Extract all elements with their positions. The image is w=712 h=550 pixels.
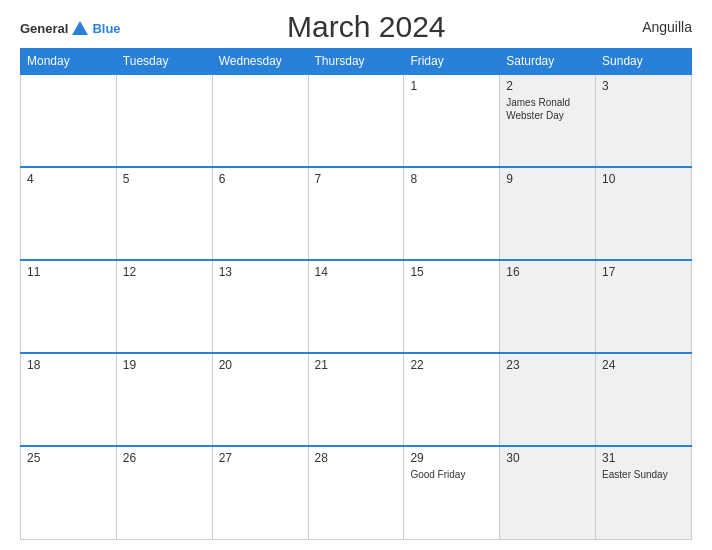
day-number: 27: [219, 451, 302, 465]
calendar-day-cell: 12: [116, 260, 212, 353]
day-number: 6: [219, 172, 302, 186]
col-saturday: Saturday: [500, 49, 596, 75]
calendar-day-cell: [308, 74, 404, 167]
calendar-day-cell: 17: [596, 260, 692, 353]
calendar-week-row: 11121314151617: [21, 260, 692, 353]
calendar-day-cell: 13: [212, 260, 308, 353]
calendar-day-cell: 15: [404, 260, 500, 353]
calendar-day-cell: 20: [212, 353, 308, 446]
day-number: 9: [506, 172, 589, 186]
logo-triangle-icon: [72, 21, 88, 35]
event-label: James Ronald Webster Day: [506, 96, 589, 122]
calendar-day-cell: 22: [404, 353, 500, 446]
calendar-day-cell: 8: [404, 167, 500, 260]
calendar-day-cell: 28: [308, 446, 404, 539]
calendar-day-cell: 24: [596, 353, 692, 446]
day-number: 26: [123, 451, 206, 465]
day-number: 20: [219, 358, 302, 372]
day-number: 2: [506, 79, 589, 93]
day-number: 5: [123, 172, 206, 186]
calendar-day-cell: 31Easter Sunday: [596, 446, 692, 539]
calendar-day-cell: 30: [500, 446, 596, 539]
event-label: Easter Sunday: [602, 468, 685, 481]
header: General Blue March 2024 Anguilla: [20, 10, 692, 44]
calendar-day-cell: 7: [308, 167, 404, 260]
day-number: 28: [315, 451, 398, 465]
calendar-day-cell: 26: [116, 446, 212, 539]
col-friday: Friday: [404, 49, 500, 75]
calendar-table: Monday Tuesday Wednesday Thursday Friday…: [20, 48, 692, 540]
day-number: 14: [315, 265, 398, 279]
col-tuesday: Tuesday: [116, 49, 212, 75]
calendar-day-cell: 18: [21, 353, 117, 446]
day-number: 17: [602, 265, 685, 279]
day-number: 25: [27, 451, 110, 465]
day-number: 16: [506, 265, 589, 279]
calendar-day-cell: 19: [116, 353, 212, 446]
logo-general-text: General: [20, 21, 68, 36]
calendar-day-cell: 10: [596, 167, 692, 260]
logo: General Blue: [20, 18, 121, 36]
page-title: March 2024: [121, 10, 612, 44]
col-wednesday: Wednesday: [212, 49, 308, 75]
day-number: 7: [315, 172, 398, 186]
event-label: Good Friday: [410, 468, 493, 481]
calendar-day-cell: [212, 74, 308, 167]
day-number: 21: [315, 358, 398, 372]
day-number: 15: [410, 265, 493, 279]
day-number: 4: [27, 172, 110, 186]
calendar-day-cell: 23: [500, 353, 596, 446]
calendar-week-row: 45678910: [21, 167, 692, 260]
calendar-week-row: 2526272829Good Friday3031Easter Sunday: [21, 446, 692, 539]
col-monday: Monday: [21, 49, 117, 75]
calendar-week-row: 12James Ronald Webster Day3: [21, 74, 692, 167]
logo-blue-text: Blue: [92, 21, 120, 36]
day-number: 23: [506, 358, 589, 372]
day-number: 24: [602, 358, 685, 372]
calendar-day-cell: 5: [116, 167, 212, 260]
day-number: 22: [410, 358, 493, 372]
calendar-day-cell: 11: [21, 260, 117, 353]
day-number: 13: [219, 265, 302, 279]
calendar-week-row: 18192021222324: [21, 353, 692, 446]
calendar-day-cell: 6: [212, 167, 308, 260]
day-number: 11: [27, 265, 110, 279]
calendar-day-cell: 25: [21, 446, 117, 539]
day-number: 8: [410, 172, 493, 186]
day-number: 3: [602, 79, 685, 93]
calendar-day-cell: 14: [308, 260, 404, 353]
day-number: 12: [123, 265, 206, 279]
calendar-day-cell: 1: [404, 74, 500, 167]
day-number: 31: [602, 451, 685, 465]
day-number: 10: [602, 172, 685, 186]
calendar-day-cell: 9: [500, 167, 596, 260]
calendar-day-cell: 2James Ronald Webster Day: [500, 74, 596, 167]
region-label: Anguilla: [612, 19, 692, 35]
calendar-day-cell: [116, 74, 212, 167]
calendar-day-cell: 27: [212, 446, 308, 539]
calendar-day-cell: 3: [596, 74, 692, 167]
calendar-day-cell: 16: [500, 260, 596, 353]
weekday-header-row: Monday Tuesday Wednesday Thursday Friday…: [21, 49, 692, 75]
col-thursday: Thursday: [308, 49, 404, 75]
day-number: 30: [506, 451, 589, 465]
col-sunday: Sunday: [596, 49, 692, 75]
day-number: 29: [410, 451, 493, 465]
calendar-day-cell: 29Good Friday: [404, 446, 500, 539]
calendar-day-cell: 21: [308, 353, 404, 446]
day-number: 1: [410, 79, 493, 93]
day-number: 18: [27, 358, 110, 372]
day-number: 19: [123, 358, 206, 372]
calendar-day-cell: [21, 74, 117, 167]
calendar-day-cell: 4: [21, 167, 117, 260]
